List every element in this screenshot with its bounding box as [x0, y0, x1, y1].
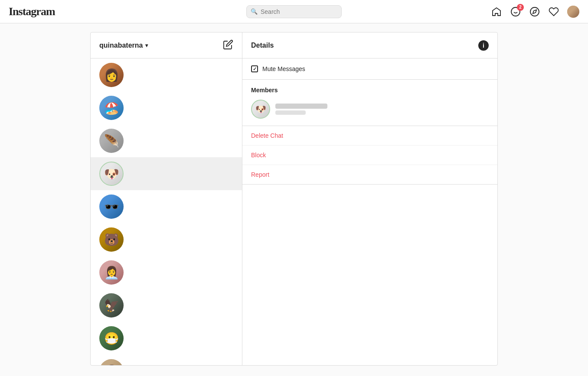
activity-icon[interactable]: 2: [510, 6, 521, 17]
conv-item-10[interactable]: 👩: [91, 355, 242, 365]
conv-avatar-9: 😷: [99, 326, 124, 350]
explore-icon[interactable]: [529, 6, 540, 17]
mute-row: ✓ Mute Messages: [242, 58, 497, 80]
mute-checkbox[interactable]: ✓: [251, 65, 258, 72]
delete-chat-button[interactable]: Delete Chat: [242, 126, 497, 146]
conv-item-7[interactable]: 👩‍💼: [91, 256, 242, 289]
details-header: Details i: [242, 32, 497, 58]
checkmark-icon: ✓: [253, 66, 257, 72]
search-container: 🔍: [246, 5, 342, 18]
conv-header: quinabaterna ▾: [91, 32, 242, 58]
chevron-down-icon: ▾: [145, 42, 148, 49]
home-icon[interactable]: [491, 6, 502, 17]
search-input[interactable]: [246, 5, 342, 18]
report-button[interactable]: Report: [242, 165, 497, 184]
conv-avatar-5: 🕶️: [99, 194, 124, 219]
mute-label: Mute Messages: [262, 65, 305, 72]
dm-panel: quinabaterna ▾ 👩: [90, 32, 498, 366]
search-icon: 🔍: [251, 8, 258, 15]
conv-avatar-2: 🏖️: [99, 96, 124, 120]
avatar-circle: [567, 6, 579, 18]
member-handle: [275, 110, 306, 115]
conv-item-9[interactable]: 😷: [91, 322, 242, 355]
activity-badge: 2: [517, 4, 524, 11]
members-title: Members: [251, 87, 489, 94]
conv-avatar-10: 👩: [99, 359, 124, 365]
block-button[interactable]: Block: [242, 146, 497, 165]
member-item[interactable]: 🐶: [251, 100, 489, 119]
conv-item-1[interactable]: 👩: [91, 58, 242, 91]
username-dropdown[interactable]: quinabaterna ▾: [99, 42, 148, 49]
conv-avatar-1: 👩: [99, 63, 124, 87]
info-icon[interactable]: i: [478, 40, 489, 51]
details-title: Details: [251, 42, 274, 49]
username-label: quinabaterna: [99, 42, 143, 49]
conv-avatar-4: 🐶: [99, 162, 124, 186]
conv-item-8[interactable]: 🦅: [91, 289, 242, 322]
conversation-sidebar: quinabaterna ▾ 👩: [91, 32, 242, 365]
member-info: [275, 104, 327, 115]
conv-avatar-7: 👩‍💼: [99, 260, 124, 285]
conv-item-2[interactable]: 🏖️: [91, 91, 242, 124]
nav-icons: 2: [491, 6, 579, 18]
conv-avatar-6: 🐻: [99, 227, 124, 252]
action-section: Delete Chat Block Report: [242, 126, 497, 185]
user-avatar[interactable]: [567, 6, 579, 18]
members-section: Members 🐶: [242, 80, 497, 126]
heart-icon[interactable]: [548, 6, 559, 17]
details-panel: Details i ✓ Mute Messages Members 🐶: [242, 32, 497, 365]
svg-marker-4: [533, 10, 536, 13]
main-content: quinabaterna ▾ 👩: [0, 23, 588, 376]
conv-item-4[interactable]: 🐶: [91, 157, 242, 190]
conv-avatar-8: 🦅: [99, 293, 124, 318]
details-content: ✓ Mute Messages Members 🐶: [242, 58, 497, 365]
conv-item-3[interactable]: 🪶: [91, 124, 242, 157]
member-name: [275, 104, 327, 109]
conversation-list: 👩 🏖️ 🪶 🐶: [91, 58, 242, 365]
conv-item-6[interactable]: 🐻: [91, 223, 242, 256]
conv-avatar-3: 🪶: [99, 129, 124, 153]
member-avatar: 🐶: [251, 100, 270, 119]
instagram-logo: Instagram: [9, 5, 55, 18]
svg-point-3: [530, 7, 539, 16]
compose-icon[interactable]: [223, 39, 233, 52]
top-nav: Instagram 🔍 2: [0, 0, 588, 23]
conv-item-5[interactable]: 🕶️: [91, 190, 242, 223]
